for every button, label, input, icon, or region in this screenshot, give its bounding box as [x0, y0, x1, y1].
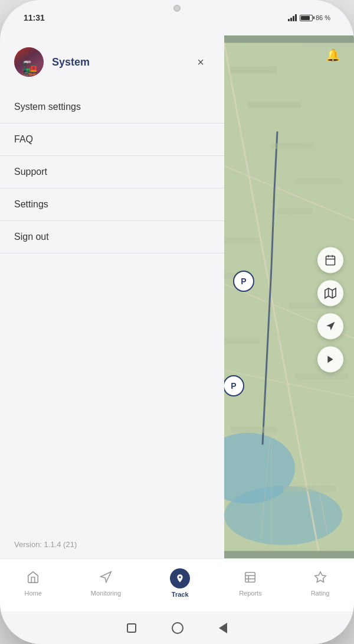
- svg-marker-36: [314, 572, 325, 582]
- rating-icon: [314, 571, 327, 587]
- drawer: System × System settings FAQ Support Set…: [0, 35, 224, 558]
- svg-rect-13: [295, 179, 342, 185]
- menu-item-support[interactable]: Support: [0, 156, 224, 188]
- main-content: 🔔 P P: [0, 35, 354, 558]
- svg-rect-20: [230, 427, 277, 433]
- track-label: Track: [172, 591, 189, 598]
- faq-label: FAQ: [14, 134, 33, 145]
- svg-point-2: [224, 486, 342, 545]
- camera: [173, 5, 181, 12]
- svg-rect-14: [277, 209, 313, 214]
- menu-item-faq[interactable]: FAQ: [0, 123, 224, 156]
- svg-rect-10: [230, 67, 277, 74]
- svg-rect-15: [218, 238, 260, 244]
- signal-bars: [288, 14, 297, 21]
- version-text: Version: 1.1.4 (21): [0, 531, 224, 558]
- notification-button[interactable]: 🔔: [322, 44, 343, 66]
- battery-percent: 86 %: [316, 14, 330, 21]
- circle-button[interactable]: [172, 622, 183, 634]
- map-button[interactable]: [317, 280, 343, 306]
- status-time: 11:31: [24, 13, 45, 22]
- map-background: 🔔 P P: [212, 35, 354, 558]
- drawer-menu: System settings FAQ Support Settings Sig…: [0, 86, 224, 531]
- reports-label: Reports: [239, 590, 262, 597]
- parking-marker-2: P: [223, 375, 244, 396]
- bottom-nav: Home Monitoring Track: [0, 558, 354, 612]
- home-label: Home: [24, 590, 41, 597]
- status-icons: 86 %: [288, 14, 330, 21]
- monitoring-label: Monitoring: [91, 590, 121, 597]
- svg-marker-26: [325, 288, 336, 298]
- track-icon: [170, 570, 190, 588]
- svg-marker-29: [326, 321, 335, 330]
- home-icon: [27, 571, 40, 587]
- nav-home[interactable]: Home: [15, 566, 51, 601]
- location-button[interactable]: [317, 313, 343, 339]
- close-button[interactable]: ×: [191, 53, 210, 71]
- back-button[interactable]: [219, 623, 227, 633]
- phone-frame: 11:31 86 %: [0, 0, 354, 644]
- status-bar: 11:31 86 %: [0, 0, 354, 35]
- nav-track[interactable]: Track: [160, 565, 199, 603]
- svg-rect-21: [283, 486, 336, 492]
- settings-label: Settings: [14, 199, 48, 210]
- map-overlay: 🔔 P P: [212, 35, 354, 558]
- sign-out-label: Sign out: [14, 232, 49, 242]
- svg-marker-30: [327, 356, 333, 363]
- calendar-button[interactable]: [317, 247, 343, 273]
- menu-item-sign-out[interactable]: Sign out: [0, 221, 224, 253]
- menu-item-settings[interactable]: Settings: [0, 188, 224, 221]
- square-button[interactable]: [127, 623, 136, 633]
- user-name: System: [52, 56, 90, 69]
- avatar: [14, 47, 44, 77]
- svg-rect-12: [271, 144, 313, 149]
- battery-fill: [301, 16, 310, 20]
- nav-reports[interactable]: Reports: [230, 566, 271, 601]
- menu-item-system-settings[interactable]: System settings: [0, 91, 224, 123]
- support-label: Support: [14, 167, 47, 177]
- drawer-user: System: [14, 47, 90, 77]
- svg-rect-19: [295, 374, 348, 380]
- nav-rating[interactable]: Rating: [301, 566, 339, 601]
- drawer-header: System ×: [0, 35, 224, 86]
- svg-marker-31: [101, 572, 111, 582]
- rating-label: Rating: [311, 590, 330, 597]
- track-icon-bg: [170, 568, 190, 588]
- system-settings-label: System settings: [14, 102, 81, 112]
- play-button[interactable]: [317, 346, 343, 372]
- parking-marker-1: P: [233, 271, 254, 292]
- battery-icon: [300, 15, 313, 21]
- svg-rect-22: [326, 256, 335, 265]
- svg-rect-32: [245, 573, 255, 583]
- reports-icon: [244, 571, 257, 587]
- phone-bottom-buttons: [0, 612, 354, 644]
- notification-icon: 🔔: [326, 48, 340, 62]
- avatar-image: [14, 47, 44, 77]
- map-controls: [317, 247, 343, 372]
- notch: [136, 0, 218, 17]
- svg-rect-11: [248, 102, 301, 108]
- monitoring-icon: [99, 571, 112, 587]
- nav-monitoring[interactable]: Monitoring: [81, 566, 130, 601]
